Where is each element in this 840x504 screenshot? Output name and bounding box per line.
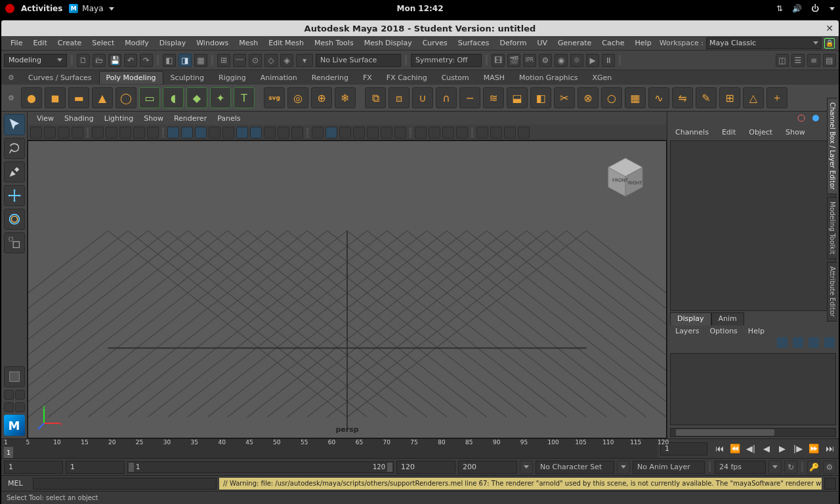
shelf-combine-icon[interactable]: ⧉ [365,87,386,108]
snap-toggle-icon[interactable]: ▾ [296,54,313,67]
play-start-field[interactable]: 1 [66,461,125,474]
layer-menu-layers[interactable]: Layers [670,326,704,337]
channelbox-menu-show[interactable]: Show [780,127,810,138]
charset-options-icon[interactable] [617,461,630,474]
panel-toolbar-icon-7[interactable] [133,127,145,138]
shelf-tab-custom[interactable]: Custom [434,71,476,84]
shelf-append-icon[interactable]: ＋ [766,87,788,108]
shelf-svg-icon[interactable]: svg [264,87,285,108]
panel-toolbar-icon-29[interactable] [456,127,468,138]
shelf-boolA-icon[interactable]: ∪ [412,87,433,108]
step-back-button[interactable]: ◀| [744,442,757,455]
rotate-tool[interactable] [4,209,25,230]
snap-plane-icon[interactable]: ◇ [264,54,278,67]
anim-end-field[interactable]: 200 [458,461,517,474]
layout-two-pane[interactable] [4,402,14,412]
shelf-tab-xgen[interactable]: XGen [585,71,619,84]
right-panel-scrollbar[interactable] [670,428,836,437]
step-back-key-button[interactable]: ⏪ [728,442,742,455]
shelf-tab-fx-caching[interactable]: FX Caching [379,71,434,84]
window-titlebar[interactable]: Autodesk Maya 2018 - Student Version: un… [1,20,839,36]
shelf-editor-icon[interactable]: ⚙ [5,92,17,104]
panel-toolbar-icon-17[interactable] [278,127,289,138]
panel-toolbar-icon-15[interactable] [250,127,262,138]
panel-toolbar-icon-11[interactable] [195,127,207,138]
layout-single-pane[interactable] [4,390,14,400]
select-by-component-icon[interactable]: ▦ [194,54,207,67]
time-ruler[interactable]: 1510152025303540455055606570758085909510… [4,439,658,458]
shelf-type-icon[interactable]: T [234,87,255,108]
toggle-modeling-toolkit-icon[interactable]: ▤ [823,54,836,67]
channelbox-menu-object[interactable]: Object [744,127,778,138]
layout-four-pane[interactable] [15,390,25,400]
shelf-tab-mash[interactable]: MASH [476,71,512,84]
hypershade-icon[interactable]: ◉ [555,54,568,67]
panel-toolbar-icon-5[interactable] [106,127,117,138]
toggle-toolbox-icon[interactable]: ◫ [776,54,789,67]
panel-toolbar-icon-19[interactable] [312,127,324,138]
menu-display[interactable]: Display [154,37,192,49]
lock-ui-button[interactable]: 🔒 [824,38,835,49]
light-editor-icon[interactable]: ☼ [570,54,583,67]
shelf-quad-icon[interactable]: ▦ [625,87,646,108]
menu-set-selector[interactable]: Modeling [4,54,67,67]
shelf-cone-icon[interactable]: ▲ [92,87,113,108]
panel-toolbar-icon-24[interactable] [381,127,392,138]
layer-tab-display[interactable]: Display [670,312,711,326]
toggle-attribute-editor-icon[interactable]: ☰ [791,54,805,67]
shelf-bevel-icon[interactable]: ◧ [530,87,551,108]
shelf-superellipse-icon[interactable]: ◎ [287,87,308,108]
panel-toolbar-icon-26[interactable] [415,127,427,138]
panel-toolbar-icon-13[interactable] [222,127,234,138]
shelf-circularize-icon[interactable]: ○ [601,87,622,108]
layer-menu-help[interactable]: Help [743,326,770,337]
select-by-hierarchy-icon[interactable]: ◧ [163,54,176,67]
panel-toolbar-icon-8[interactable] [147,127,159,138]
move-down-icon[interactable] [824,337,835,348]
activities-button[interactable]: Activities [21,4,62,13]
script-lang-label[interactable]: MEL [4,479,30,488]
shelf-tab-animation[interactable]: Animation [253,71,304,84]
panel-toolbar-icon-0[interactable] [30,127,42,138]
panel-menu-show[interactable]: Show [138,113,169,124]
shelf-options-icon[interactable]: ⚙ [5,72,17,83]
menu-file[interactable]: File [5,37,28,49]
os-menu-icon[interactable] [5,4,14,13]
save-scene-icon[interactable]: 💾 [108,54,121,67]
panel-menu-renderer[interactable]: Renderer [169,113,212,124]
shelf-plane-icon[interactable]: ▭ [139,87,160,108]
select-tool[interactable] [4,114,25,135]
new-scene-icon[interactable]: 🗋 [77,54,90,67]
time-slider[interactable]: 1510152025303540455055606570758085909510… [1,438,839,458]
panel-menu-view[interactable]: View [32,113,59,124]
menu-uv[interactable]: UV [532,37,553,49]
menu-deform[interactable]: Deform [494,37,532,49]
panel-toolbar-icon-25[interactable] [394,127,406,138]
render-frame-icon[interactable]: 🎬 [507,54,520,67]
power-icon[interactable]: ⏻ [811,4,819,13]
shelf-separate-icon[interactable]: ⧈ [388,87,410,108]
shelf-triangulate-icon[interactable]: △ [743,87,764,108]
shelf-cube-icon[interactable]: ◼ [45,87,66,108]
shelf-star-icon[interactable]: ✦ [210,87,231,108]
snap-point-icon[interactable]: ⊙ [249,54,262,67]
snap-icon[interactable] [811,114,820,123]
panel-toolbar-icon-27[interactable] [429,127,440,138]
shelf-bridge-icon[interactable]: ≋ [483,87,504,108]
play-forward-button[interactable]: ▶ [776,442,789,455]
viewcube[interactable]: FRONT RIGHT [600,153,650,203]
layer-tab-anim[interactable]: Anim [711,312,744,326]
shelf-sculpt-icon[interactable]: ✎ [696,87,717,108]
symmetry-field[interactable]: Symmetry: Off [411,54,482,67]
shelf-mash1-icon[interactable]: ⊕ [311,87,332,108]
panel-toolbar-icon-10[interactable] [181,127,193,138]
lasso-tool[interactable] [4,138,25,159]
panel-toolbar-icon-31[interactable] [490,127,502,138]
step-forward-key-button[interactable]: ⏩ [807,442,820,455]
shelf-disc-icon[interactable]: ◖ [163,87,184,108]
channelbox-menu-channels[interactable]: Channels [670,127,714,138]
panel-toolbar-icon-3[interactable] [72,127,83,138]
ipr-render-icon[interactable]: IPR [523,54,536,67]
menu-curves[interactable]: Curves [417,37,453,49]
panel-menu-lighting[interactable]: Lighting [99,113,138,124]
